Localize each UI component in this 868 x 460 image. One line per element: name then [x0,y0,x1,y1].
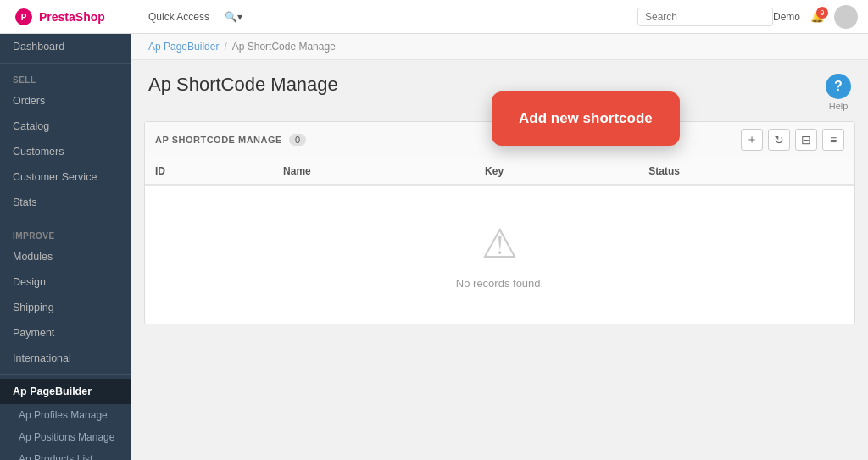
sidebar-item-modules[interactable]: Modules [0,244,131,269]
top-nav-links: Quick Access 🔍▾ [142,8,637,26]
sidebar-item-customer-service[interactable]: Customer Service [0,164,131,190]
column-name: Name [273,158,475,185]
demo-label: Demo [773,11,800,23]
shortcode-panel: AP SHORTCODE MANAGE 0 ＋ ↻ ⊟ ≡ ID Name Ke… [144,121,855,324]
sidebar-item-dashboard[interactable]: Dashboard [0,34,131,59]
sidebar-item-ap-profiles-manage[interactable]: Ap Profiles Manage [0,404,131,426]
sidebar-item-stats[interactable]: Stats [0,190,131,215]
notifications-bell[interactable]: 🔔 9 [810,10,824,23]
breadcrumb-separator: / [224,41,226,53]
top-navigation: P PrestaShop Quick Access 🔍▾ Demo 🔔 9 [0,0,868,34]
sidebar-item-payment[interactable]: Payment [0,320,131,346]
help-button[interactable]: ? Help [826,74,851,111]
right-area: Demo 🔔 9 [773,5,858,29]
tooltip-bubble: Add new shortcode [492,91,680,146]
logo-area: P PrestaShop [10,7,142,27]
main-layout: Dashboard SELL Orders Catalog Customers … [0,34,868,460]
breadcrumb-current: Ap ShortCode Manage [232,41,336,53]
panel-title: AP SHORTCODE MANAGE [155,135,282,145]
sell-section-label: SELL [0,67,131,88]
ap-divider [0,374,131,375]
brand-name: PrestaShop [39,10,105,24]
breadcrumb-parent[interactable]: Ap PageBuilder [148,41,219,53]
improve-divider [0,219,131,219]
sidebar-item-customers[interactable]: Customers [0,139,131,164]
help-icon: ? [826,74,851,99]
panel-actions: ＋ ↻ ⊟ ≡ [741,129,844,151]
sell-divider [0,63,131,64]
filter-button[interactable]: ⊟ [795,129,817,151]
add-shortcode-tooltip: Add new shortcode [492,91,680,146]
shortcode-table: ID Name Key Status [145,158,854,186]
more-options-button[interactable]: ≡ [822,129,844,151]
search-toggle[interactable]: 🔍▾ [218,8,249,26]
svg-text:P: P [21,13,27,22]
main-content: Ap PageBuilder / Ap ShortCode Manage Ap … [131,34,868,460]
sidebar-item-ap-pagebuilder[interactable]: Ap PageBuilder [0,379,131,404]
breadcrumb: Ap PageBuilder / Ap ShortCode Manage [131,34,868,60]
sidebar-item-ap-products-list-builder[interactable]: Ap Products List Builder [0,448,131,460]
sidebar-item-orders[interactable]: Orders [0,88,131,114]
quick-access-menu[interactable]: Quick Access [142,8,216,26]
prestashop-logo-icon: P [14,7,34,27]
notification-count: 9 [816,7,828,19]
warning-icon: ⚠ [481,219,518,267]
table-header: ID Name Key Status [145,158,854,185]
sidebar: Dashboard SELL Orders Catalog Customers … [0,34,131,460]
sidebar-item-shipping[interactable]: Shipping [0,295,131,320]
empty-state: ⚠ No records found. [145,186,854,324]
improve-section-label: IMPROVE [0,223,131,244]
empty-message: No records found. [456,277,543,290]
column-key: Key [475,158,638,185]
table-area: ID Name Key Status ⚠ No records found. [145,158,854,324]
panel-count-badge: 0 [289,134,306,146]
search-input[interactable] [645,11,755,23]
page-title: Ap ShortCode Manage [148,74,338,96]
column-id: ID [145,158,273,185]
add-shortcode-button[interactable]: ＋ [741,129,763,151]
help-label: Help [829,101,849,111]
user-avatar[interactable] [834,5,858,29]
sidebar-item-ap-positions-manage[interactable]: Ap Positions Manage [0,426,131,448]
sidebar-item-catalog[interactable]: Catalog [0,114,131,139]
search-area[interactable] [637,8,773,26]
refresh-button[interactable]: ↻ [768,129,790,151]
column-status: Status [638,158,854,185]
sidebar-item-design[interactable]: Design [0,269,131,295]
sidebar-item-international[interactable]: International [0,346,131,371]
